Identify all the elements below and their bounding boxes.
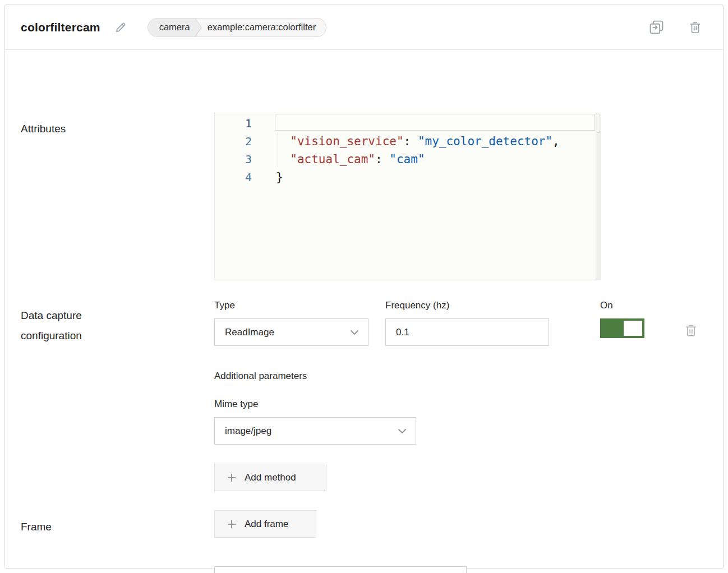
code-line: 3 "actual_cam": "cam" xyxy=(215,150,601,168)
add-method-button[interactable]: Add method xyxy=(214,464,326,491)
code-line: 2 "vision_service": "my_color_detector", xyxy=(215,132,601,150)
mime-type-value: image/jpeg xyxy=(225,426,271,437)
card-header: colorfiltercam camera example:camera:col… xyxy=(5,5,723,50)
code-brace: { xyxy=(276,117,283,130)
line-number: 2 xyxy=(215,132,252,150)
toggle-knob xyxy=(624,321,642,336)
add-method-label: Add method xyxy=(245,472,296,483)
code-separator: : xyxy=(404,135,418,148)
rename-button[interactable] xyxy=(114,21,127,34)
capture-type-value: ReadImage xyxy=(225,327,274,338)
duplicate-button[interactable] xyxy=(649,20,664,35)
mime-type-label: Mime type xyxy=(214,399,258,410)
capture-on-label: On xyxy=(600,300,613,311)
capture-toggle[interactable] xyxy=(600,318,644,338)
line-number: 1 xyxy=(215,114,252,132)
additional-parameters-label: Additional parameters xyxy=(214,371,307,382)
chevron-down-icon xyxy=(350,330,359,335)
capture-type-select[interactable]: ReadImage xyxy=(214,318,368,346)
type-model-pill: camera example:camera:colorfilter xyxy=(148,18,327,37)
depends-on-search-input[interactable] xyxy=(215,567,466,573)
edit-pencil-icon xyxy=(114,21,127,34)
frequency-input[interactable] xyxy=(386,319,549,345)
code-value: "cam" xyxy=(389,153,425,166)
depends-on-field-wrap xyxy=(214,566,467,573)
delete-capture-method-button[interactable] xyxy=(684,323,698,338)
chevron-down-icon xyxy=(398,428,407,434)
header-actions xyxy=(649,20,702,35)
editor-scrollbar-thumb[interactable] xyxy=(597,114,600,133)
trash-icon xyxy=(684,323,698,338)
add-frame-label: Add frame xyxy=(245,519,288,530)
code-line: 1 { xyxy=(215,114,601,132)
component-name: colorfiltercam xyxy=(21,21,100,34)
card-body: Attributes 1 { 2 "vision_service": "my_c… xyxy=(5,50,723,568)
trash-icon xyxy=(689,20,702,34)
plus-icon xyxy=(227,520,236,529)
indent-guide xyxy=(278,132,278,167)
frequency-field-wrap xyxy=(385,318,549,346)
attributes-json-editor[interactable]: 1 { 2 "vision_service": "my_color_detect… xyxy=(214,113,601,280)
frame-label: Frame xyxy=(21,521,52,533)
add-frame-button[interactable]: Add frame xyxy=(214,510,316,538)
pill-model: example:camera:colorfilter xyxy=(202,19,326,36)
code-key: "actual_cam" xyxy=(290,153,375,166)
line-number: 4 xyxy=(215,168,252,186)
line-number: 3 xyxy=(215,150,252,168)
frequency-label: Frequency (hz) xyxy=(385,300,449,311)
mime-type-select[interactable]: image/jpeg xyxy=(214,417,416,445)
attributes-label: Attributes xyxy=(21,123,66,135)
editor-scrollbar[interactable] xyxy=(596,113,601,280)
code-key: "vision_service" xyxy=(290,135,403,148)
editor-lines: 1 { 2 "vision_service": "my_color_detect… xyxy=(215,113,601,186)
duplicate-icon xyxy=(649,20,664,35)
component-config-card: colorfiltercam camera example:camera:col… xyxy=(4,4,724,569)
plus-icon xyxy=(227,473,236,482)
data-capture-label: Data capture configuration xyxy=(21,306,139,346)
capture-type-label: Type xyxy=(214,300,235,311)
code-separator: : xyxy=(375,153,389,166)
delete-component-button[interactable] xyxy=(689,20,702,34)
code-line: 4 } xyxy=(215,168,601,186)
pill-category: camera xyxy=(148,19,201,36)
code-brace: } xyxy=(276,170,283,184)
code-comma: , xyxy=(552,135,560,148)
code-value: "my_color_detector" xyxy=(418,135,552,148)
